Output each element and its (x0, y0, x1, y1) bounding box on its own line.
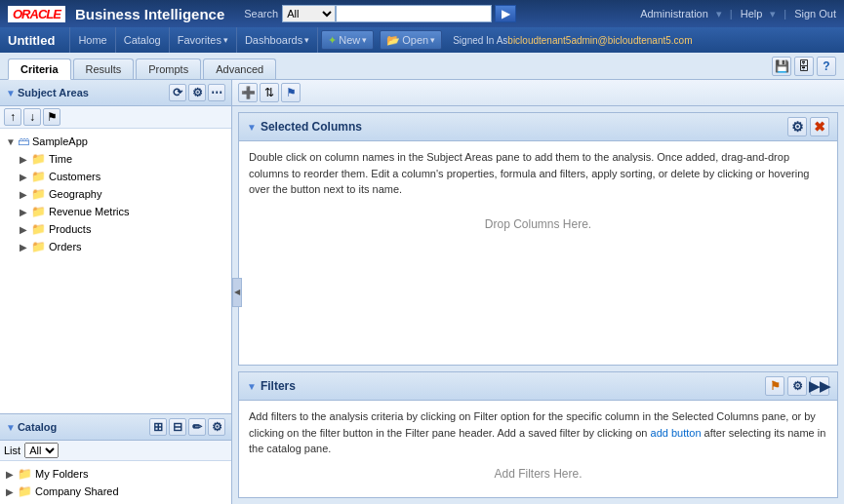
open-folder-icon: 📂 (386, 34, 400, 47)
signout-link[interactable]: Sign Out (794, 8, 836, 19)
subject-areas-title: Subject Areas (18, 87, 89, 98)
catalog-edit-icon[interactable]: ✏ (188, 418, 206, 436)
tab-results[interactable]: Results (73, 58, 135, 79)
help-icon-btn[interactable]: ? (817, 57, 836, 76)
help-link[interactable]: Help (741, 8, 763, 19)
catalog-expand-icon[interactable]: ⊞ (149, 418, 167, 436)
selected-columns-body: Double click on column names in the Subj… (239, 141, 837, 365)
filters-header: ▼ Filters ⚑ ⚙ ▶▶ (239, 372, 837, 401)
top-bar: ORACLE Business Intelligence Search All … (0, 0, 844, 27)
catalog-filter-select[interactable]: All (24, 443, 59, 458)
toggle-myfolders[interactable]: ▶ (6, 469, 18, 480)
favorites-link[interactable]: Favorites ▾ (170, 27, 237, 53)
sc-options-icon[interactable]: ⚙ (787, 117, 807, 136)
oracle-logo: ORACLE (8, 6, 65, 22)
selected-columns-icons: ⚙ ✖ (787, 117, 829, 136)
subject-options-icon[interactable]: ⚙ (188, 84, 206, 101)
toggle-geography[interactable]: ▶ (20, 189, 31, 200)
collapse-catalog-icon[interactable]: ▼ (6, 422, 16, 433)
collapse-subject-icon[interactable]: ▼ (6, 88, 16, 98)
selected-columns-title: Selected Columns (261, 120, 362, 134)
tree-item-products[interactable]: ▶ 📁 Products (4, 220, 227, 238)
folder-icon-companyshared: 📁 (18, 485, 32, 498)
catalog-label-companyshared: Company Shared (35, 485, 119, 497)
tree-item-customers[interactable]: ▶ 📁 Customers (4, 168, 227, 185)
nav-bar: Untitled Home Catalog Favorites ▾ Dashbo… (0, 27, 844, 53)
toggle-revenue[interactable]: ▶ (20, 207, 31, 217)
catalog-list-label: List (4, 445, 20, 456)
subject-more-icon[interactable]: ⋯ (208, 84, 225, 101)
filters-body: Add filters to the analysis criteria by … (239, 401, 837, 497)
tree-label-orders: Orders (49, 241, 82, 252)
tab-prompts[interactable]: Prompts (136, 58, 201, 79)
administration-link[interactable]: Administration (640, 8, 708, 19)
folder-icon-revenue: 📁 (31, 205, 46, 218)
tree-label-customers: Customers (49, 171, 100, 182)
tab-right-icons: 💾 🗄 ? (772, 57, 836, 79)
sc-clear-icon[interactable]: ✖ (810, 117, 829, 136)
collapse-filters-icon[interactable]: ▼ (247, 381, 257, 392)
filter-icon-toolbar[interactable]: ⚑ (43, 108, 60, 126)
toggle-sampleapp[interactable]: ▼ (6, 136, 18, 147)
tree-item-sampleapp[interactable]: ▼ 🗃 SampleApp (4, 133, 227, 150)
tab-bar: Criteria Results Prompts Advanced 💾 🗄 ? (0, 53, 844, 80)
nav-separator-1: ▾ (716, 8, 722, 20)
new-button[interactable]: ✦ New ▾ (321, 30, 374, 50)
catalog-label-myfolders: My Folders (35, 468, 88, 480)
subject-areas-header: ▼ Subject Areas ⟳ ⚙ ⋯ (0, 80, 231, 106)
filters-options-icon[interactable]: ⚙ (787, 376, 807, 396)
folder-icon-time: 📁 (31, 152, 46, 166)
catalog-collapse-icon[interactable]: ⊟ (169, 418, 186, 436)
filters-expand-icon[interactable]: ▶▶ (810, 376, 829, 396)
tree-label-revenue: Revenue Metrics (49, 206, 130, 217)
tab-criteria[interactable]: Criteria (8, 58, 71, 80)
search-scope-select[interactable]: All (282, 5, 336, 22)
tree-item-orders[interactable]: ▶ 📁 Orders (4, 238, 227, 255)
panel-collapse-handle[interactable]: ◀ (232, 278, 242, 307)
save-as-icon-btn[interactable]: 🗄 (794, 57, 814, 76)
selected-columns-header: ▼ Selected Columns ⚙ ✖ (239, 113, 837, 141)
tab-advanced[interactable]: Advanced (203, 58, 276, 79)
catalog-item-companyshared[interactable]: ▶ 📁 Company Shared (4, 483, 227, 500)
sort-asc-icon[interactable]: ↑ (4, 108, 21, 126)
catalog-link[interactable]: Catalog (116, 27, 170, 53)
catalog-options-icon[interactable]: ⚙ (208, 418, 225, 436)
add-criteria-icon[interactable]: ➕ (238, 83, 258, 102)
subject-reload-icon[interactable]: ⟳ (169, 84, 186, 101)
tree-item-geography[interactable]: ▶ 📁 Geography (4, 185, 227, 203)
subject-areas-tree: ▼ 🗃 SampleApp ▶ 📁 Time ▶ 📁 Customers ▶ 📁… (0, 129, 231, 413)
collapse-sc-icon[interactable]: ▼ (247, 122, 257, 133)
folder-icon-products: 📁 (31, 222, 46, 236)
tree-label-products: Products (49, 223, 91, 235)
catalog-title: Catalog (18, 421, 57, 433)
sort-icon[interactable]: ⇅ (260, 83, 279, 102)
toggle-time[interactable]: ▶ (20, 154, 31, 165)
toggle-customers[interactable]: ▶ (20, 172, 31, 182)
signed-in-label: Signed In As (453, 35, 507, 46)
left-panel: ▼ Subject Areas ⟳ ⚙ ⋯ ↑ ↓ ⚑ ▼ 🗃 SampleAp… (0, 80, 232, 504)
filters-add-icon[interactable]: ⚑ (765, 376, 784, 396)
filters-add-link[interactable]: add button (651, 427, 702, 439)
tree-item-revenue[interactable]: ▶ 📁 Revenue Metrics (4, 203, 227, 220)
dashboards-link[interactable]: Dashboards ▾ (237, 27, 318, 53)
toggle-orders[interactable]: ▶ (20, 242, 31, 252)
toggle-companyshared[interactable]: ▶ (6, 486, 18, 497)
home-link[interactable]: Home (69, 27, 115, 53)
folder-icon-myfolders: 📁 (18, 467, 32, 481)
save-icon-btn[interactable]: 💾 (772, 57, 791, 76)
subject-areas-header-icons: ⟳ ⚙ ⋯ (169, 84, 225, 101)
tree-item-time[interactable]: ▶ 📁 Time (4, 150, 227, 168)
toggle-products[interactable]: ▶ (20, 224, 31, 235)
add-filters-here: Add Filters Here. (249, 467, 827, 481)
tree-label-time: Time (49, 153, 72, 165)
open-button[interactable]: 📂 Open ▾ (380, 30, 442, 50)
selected-columns-description: Double click on column names in the Subj… (249, 149, 827, 198)
search-go-button[interactable]: ▶ (495, 5, 516, 22)
filter-add-icon[interactable]: ⚑ (281, 83, 301, 102)
main-area: ▼ Subject Areas ⟳ ⚙ ⋯ ↑ ↓ ⚑ ▼ 🗃 SampleAp… (0, 80, 844, 504)
catalog-toolbar: List All (0, 441, 231, 461)
catalog-item-myfolders[interactable]: ▶ 📁 My Folders (4, 465, 227, 483)
sort-desc-icon[interactable]: ↓ (23, 108, 41, 126)
search-input[interactable] (336, 5, 492, 22)
filters-description: Add filters to the analysis criteria by … (249, 408, 827, 457)
